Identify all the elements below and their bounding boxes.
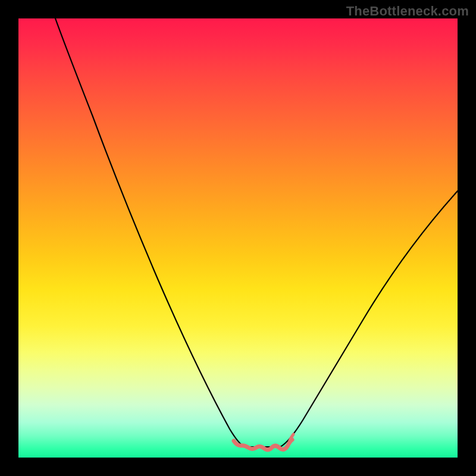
attribution-text: TheBottleneck.com	[346, 4, 469, 19]
bottleneck-curve	[55, 18, 458, 447]
plot-area	[18, 18, 458, 458]
curve-layer	[18, 18, 458, 458]
chart-frame: TheBottleneck.com	[0, 0, 476, 476]
